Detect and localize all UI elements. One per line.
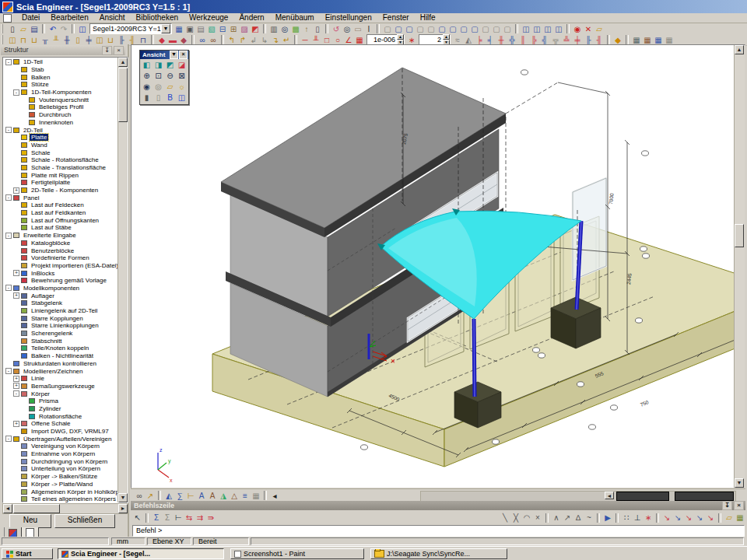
command-input[interactable]: Befehl > — [132, 525, 745, 537]
tree-item-bewehrung-gemäß-vorlage[interactable]: Bewehrung gemäß Vorlage — [4, 277, 117, 285]
scroll-up-icon[interactable]: ▲ — [118, 58, 128, 67]
scroll-down-icon[interactable]: ▼ — [118, 493, 128, 502]
tree-item-starre-kopplungen[interactable]: Starre Kopplungen — [4, 314, 117, 322]
tree-item-katalogblöcke[interactable]: Katalogblöcke — [4, 240, 117, 247]
viewport[interactable]: 2075700024455557506004500 — [131, 44, 745, 488]
sketch-icon[interactable]: ↗ — [145, 491, 156, 501]
zoom-previous-icon[interactable]: ◎ — [153, 82, 164, 93]
tree-item-allgemeinen-körper-in-hohlkörper[interactable]: Allgemeinen Körper in Hohlkörper — [4, 488, 117, 495]
tree-item-körper[interactable]: -Körper — [4, 390, 117, 397]
view-point-icon[interactable]: ◭ — [163, 491, 174, 501]
tree-item-teil-eines-allgemeinen-körpers-zu-ba[interactable]: Teil eines allgemeinen Körpers zu Ba... — [4, 495, 117, 502]
grid-line-icon[interactable]: ⊥ — [632, 513, 643, 523]
support-icon[interactable]: ╪ — [83, 35, 94, 45]
new-doc-icon[interactable]: ▯ — [312, 24, 323, 34]
picture-icon[interactable]: ▩ — [290, 24, 301, 34]
collapse-icon[interactable]: - — [13, 390, 19, 397]
collapse-icon[interactable]: - — [5, 285, 12, 291]
hinge-x-icon[interactable]: ╣ — [539, 35, 550, 45]
tree-item-platte[interactable]: Platte — [4, 134, 117, 142]
redo-icon[interactable]: ↷ — [58, 24, 69, 34]
member-check-icon[interactable]: ╟ — [116, 35, 127, 45]
menu-ndern[interactable]: Ändern — [233, 13, 269, 23]
zoom-in-icon[interactable]: ⊕ — [141, 71, 153, 82]
befehl-pin-icon[interactable]: ↧ — [722, 501, 732, 510]
tree-item-stabgelenk[interactable]: Stabgelenk — [4, 299, 117, 307]
rigid-arm-icon[interactable]: ╟ — [583, 35, 594, 45]
select-part-icon[interactable]: Σ — [162, 513, 173, 523]
tree-item-wand[interactable]: Wand — [4, 142, 117, 149]
viewport-hscrollbar[interactable]: ◄ — [420, 491, 736, 502]
draw-grid-icon[interactable]: ▦ — [354, 35, 365, 45]
vp-scroll-up-icon[interactable]: ▲ — [735, 45, 744, 54]
collapse-icon[interactable]: - — [5, 233, 12, 239]
windows-layout-icon[interactable]: ▦ — [174, 24, 184, 34]
display-settings-icon[interactable]: ▦ — [251, 491, 261, 501]
view-axo-icon[interactable]: ◪ — [176, 60, 188, 71]
connect-members-icon[interactable]: ╨ — [51, 35, 61, 45]
grid-dots-icon[interactable]: ∷ — [621, 513, 632, 523]
tree-item-prisma[interactable]: Prisma — [4, 397, 117, 405]
expand-icon[interactable]: + — [13, 270, 19, 276]
vp-scroll-left-icon[interactable]: ◄ — [605, 492, 614, 499]
window-view-2-icon[interactable]: ◫ — [531, 24, 542, 34]
open-project-icon[interactable]: ▱ — [18, 24, 29, 34]
tree-hscrollbar[interactable]: ◄ ► — [2, 503, 128, 514]
ucs-icon[interactable]: ◭ — [463, 35, 474, 45]
support-z-icon[interactable]: ╫ — [496, 35, 507, 45]
tree-item-projekt-importieren-esa-datei[interactable]: Projekt importieren (ESA-Datei) — [4, 262, 117, 270]
tree-item-panel[interactable]: -Panel — [4, 194, 117, 201]
snap-arc-icon[interactable]: ◠ — [521, 513, 532, 523]
tree-item-schale-rotationsfläche[interactable]: Schale - Rotationsfläche — [4, 156, 117, 164]
draw-polyline-icon[interactable]: ╨ — [310, 35, 321, 45]
capture-icon[interactable]: ▧ — [206, 24, 217, 34]
toggle-links-icon[interactable]: ∞ — [197, 35, 208, 45]
collapse-icon[interactable]: - — [5, 59, 12, 65]
hinge-y-icon[interactable]: ╦ — [550, 35, 561, 45]
tree-item-1d-teil[interactable]: -1D-Teil — [4, 58, 117, 66]
expand-icon[interactable]: + — [13, 383, 19, 389]
befehl-close-icon[interactable]: × — [734, 501, 744, 510]
tree-item-platte-mit-rippen[interactable]: Platte mit Rippen — [4, 171, 117, 179]
collapse-icon[interactable]: - — [5, 127, 12, 133]
print-small-icon[interactable]: ▥ — [268, 24, 279, 34]
tree-item-schale[interactable]: Schale — [4, 149, 117, 156]
view-toggle-2-icon[interactable]: ▢ — [393, 24, 404, 34]
view-toggle-4-icon[interactable]: ▢ — [415, 24, 426, 34]
tree-item-stütze[interactable]: Stütze — [4, 81, 117, 89]
tree-item-unterteilung-von-körpern[interactable]: Unterteilung von Körpern — [4, 465, 117, 473]
activity-off-icon[interactable]: ▦ — [664, 35, 675, 45]
tree-item-last-auf-öffnungskanten[interactable]: Last auf Öffnungskanten — [4, 216, 117, 224]
palette-dropdown-icon[interactable]: ▼ — [170, 51, 178, 59]
tree-item-körper-platte-wand[interactable]: Körper -> Platte/Wand — [4, 481, 117, 488]
view-front-icon[interactable]: ◧ — [141, 60, 153, 71]
tree-item-körper-balken-stütze[interactable]: Körper -> Balken/Stütze — [4, 473, 117, 481]
view-toggle-7-icon[interactable]: ▢ — [447, 24, 458, 34]
close-panel-icon[interactable]: × — [114, 46, 124, 55]
scale-spinner[interactable]: 2 ▲▼ — [419, 34, 451, 45]
support-rx-icon[interactable]: ╬ — [507, 35, 517, 45]
palette-close-icon[interactable]: × — [179, 51, 188, 59]
print-icon[interactable]: ▣ — [184, 24, 195, 34]
tree-item-auflager[interactable]: +Auflager — [4, 292, 117, 299]
support-y-icon[interactable]: ╡ — [485, 35, 496, 45]
scroll-left-icon[interactable]: ◄ — [3, 504, 12, 513]
paste-icon[interactable]: ⊞ — [228, 24, 239, 34]
save-project-icon[interactable]: ▤ — [29, 24, 40, 34]
struktur-panel-header[interactable]: Struktur ↧ × — [1, 45, 125, 55]
collapse-icon[interactable]: - — [5, 436, 12, 442]
graph-icon[interactable]: ∑ — [174, 491, 185, 501]
orthogonal-snap-icon[interactable]: ↘ — [705, 513, 716, 523]
tree-item-strukturdaten-kontrollieren[interactable]: Strukturdaten kontrollieren — [4, 360, 117, 368]
endpoint-snap-icon[interactable]: ↘ — [661, 513, 672, 523]
midpoint-snap-icon[interactable]: ↘ — [672, 513, 683, 523]
project-combo[interactable]: Segel1-2009RC3 Y=1.5 ▼ — [89, 23, 172, 34]
snap-curve-icon[interactable]: ~ — [584, 513, 594, 523]
text-cursor-icon[interactable]: Ι — [363, 24, 374, 34]
tree-item-balken-nichtlinearität[interactable]: Balken - Nichtlinearität — [4, 352, 117, 360]
layer-manager-icon[interactable]: ▦ — [631, 35, 642, 45]
accuracy-spinner[interactable]: 1e-006 ▲▼ — [366, 34, 405, 45]
snap-table-icon[interactable]: ▦ — [735, 513, 745, 523]
ansicht-palette[interactable]: Ansicht ▼ × ◧◨◩◪⊕⊡⊖⊠◉◎▱☼▮▯B◫ — [139, 50, 189, 105]
expand-icon[interactable]: + — [13, 421, 19, 427]
